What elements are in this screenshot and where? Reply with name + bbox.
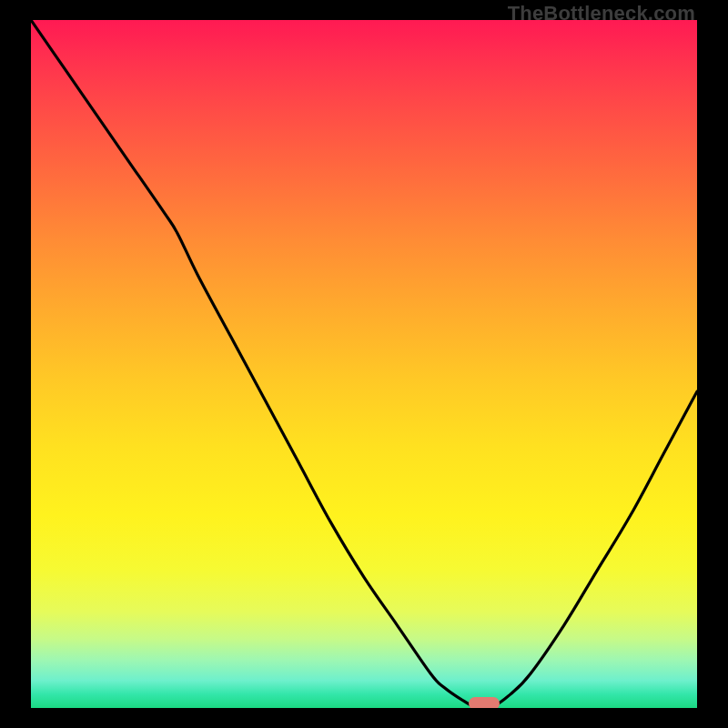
watermark-text: TheBottleneck.com [508,2,695,25]
bottleneck-curve [31,20,697,708]
plot-area [31,20,697,708]
curve-path [31,20,697,708]
outer-frame: TheBottleneck.com [0,0,728,728]
optimal-point-marker [469,697,500,708]
